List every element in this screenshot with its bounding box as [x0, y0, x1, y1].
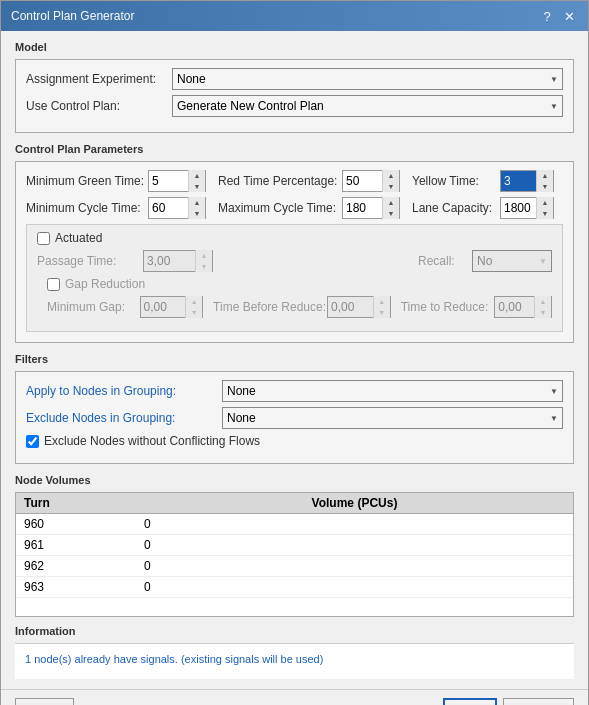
- gap-reduction-checkbox[interactable]: [47, 278, 60, 291]
- passage-time-label: Passage Time:: [37, 254, 137, 268]
- assignment-experiment-arrow: ▼: [550, 75, 558, 84]
- turn-cell: 963: [16, 577, 136, 597]
- min-cycle-arrows: ▲ ▼: [188, 197, 205, 219]
- filters-group: Apply to Nodes in Grouping: None ▼ Exclu…: [15, 371, 574, 464]
- recall-dropdown: No ▼: [472, 250, 552, 272]
- footer-left: Help: [15, 698, 74, 705]
- apply-to-nodes-arrow: ▼: [550, 387, 558, 396]
- cancel-button[interactable]: Cancel: [503, 698, 574, 705]
- min-cycle-time-input[interactable]: ▲ ▼: [148, 197, 206, 219]
- min-green-time-value[interactable]: [149, 171, 188, 191]
- ok-button[interactable]: OK: [443, 698, 496, 705]
- lane-capacity-label: Lane Capacity:: [412, 201, 494, 215]
- information-box: 1 node(s) already have signals. (existin…: [15, 643, 574, 679]
- dialog-title: Control Plan Generator: [11, 9, 134, 23]
- red-time-down[interactable]: ▼: [383, 181, 399, 192]
- use-control-plan-label: Use Control Plan:: [26, 99, 166, 113]
- red-time-percent-value[interactable]: [343, 171, 382, 191]
- min-green-time-input[interactable]: ▲ ▼: [148, 170, 206, 192]
- max-cycle-arrows: ▲ ▼: [382, 197, 399, 219]
- max-cycle-time-value[interactable]: [343, 198, 382, 218]
- exclude-no-conflict-row: Exclude Nodes without Conflicting Flows: [26, 434, 563, 448]
- red-time-arrows: ▲ ▼: [382, 170, 399, 192]
- lane-capacity-down[interactable]: ▼: [537, 208, 553, 219]
- turn-column-header: Turn: [16, 496, 136, 510]
- dialog-body: Model Assignment Experiment: None ▼ Use …: [1, 31, 588, 689]
- time-to-reduce-arrows: ▲ ▼: [534, 296, 551, 318]
- yellow-time-label: Yellow Time:: [412, 174, 494, 188]
- volume-cell: 0: [136, 556, 573, 576]
- lane-capacity-arrows: ▲ ▼: [536, 197, 553, 219]
- close-button[interactable]: ✕: [560, 7, 578, 25]
- yellow-time-value[interactable]: [501, 171, 536, 191]
- exclude-nodes-arrow: ▼: [550, 414, 558, 423]
- model-section-label: Model: [15, 41, 574, 53]
- min-gap-input: ▲ ▼: [140, 296, 204, 318]
- yellow-time-up[interactable]: ▲: [537, 170, 553, 181]
- min-green-down[interactable]: ▼: [189, 181, 205, 192]
- node-volumes-header: Turn Volume (PCUs): [16, 493, 573, 514]
- node-volumes-section-label: Node Volumes: [15, 474, 574, 486]
- max-cycle-down[interactable]: ▼: [383, 208, 399, 219]
- table-row: 961 0: [16, 535, 573, 556]
- max-cycle-up[interactable]: ▲: [383, 197, 399, 208]
- red-time-percent-label: Red Time Percentage:: [218, 174, 336, 188]
- help-button[interactable]: ?: [538, 7, 556, 25]
- exclude-nodes-dropdown[interactable]: None ▼: [222, 407, 563, 429]
- exclude-nodes-label: Exclude Nodes in Grouping:: [26, 411, 216, 425]
- min-green-arrows: ▲ ▼: [188, 170, 205, 192]
- min-gap-arrows: ▲ ▼: [185, 296, 202, 318]
- node-volumes-body: 960 0 961 0 962 0 963 0: [16, 514, 573, 616]
- min-gap-value: [141, 297, 186, 317]
- recall-arrow: ▼: [539, 257, 547, 266]
- gap-reduction-checkbox-row: Gap Reduction: [47, 277, 552, 291]
- assignment-experiment-row: Assignment Experiment: None ▼: [26, 68, 563, 90]
- dialog-window: Control Plan Generator ? ✕ Model Assignm…: [0, 0, 589, 705]
- yellow-time-down[interactable]: ▼: [537, 181, 553, 192]
- volume-cell: 0: [136, 514, 573, 534]
- actuated-section: Actuated Passage Time: ▲ ▼ Recall: No: [26, 224, 563, 332]
- min-cycle-time-value[interactable]: [149, 198, 188, 218]
- min-cycle-up[interactable]: ▲: [189, 197, 205, 208]
- apply-to-nodes-label: Apply to Nodes in Grouping:: [26, 384, 216, 398]
- lane-capacity-input[interactable]: ▲ ▼: [500, 197, 554, 219]
- use-control-plan-row: Use Control Plan: Generate New Control P…: [26, 95, 563, 117]
- params-row2: Minimum Cycle Time: ▲ ▼ Maximum Cycle Ti…: [26, 197, 563, 219]
- red-time-percent-input[interactable]: ▲ ▼: [342, 170, 400, 192]
- min-gap-down: ▼: [186, 307, 202, 318]
- information-text: 1 node(s) already have signals. (existin…: [25, 653, 323, 665]
- exclude-no-conflict-checkbox[interactable]: [26, 435, 39, 448]
- max-cycle-time-label: Maximum Cycle Time:: [218, 201, 336, 215]
- use-control-plan-dropdown[interactable]: Generate New Control Plan ▼: [172, 95, 563, 117]
- min-cycle-time-label: Minimum Cycle Time:: [26, 201, 142, 215]
- passage-time-up: ▲: [196, 250, 212, 261]
- max-cycle-time-input[interactable]: ▲ ▼: [342, 197, 400, 219]
- turn-cell: 961: [16, 535, 136, 555]
- min-gap-label: Minimum Gap:: [47, 300, 134, 314]
- min-green-up[interactable]: ▲: [189, 170, 205, 181]
- yellow-time-input[interactable]: ▲ ▼: [500, 170, 554, 192]
- gap-reduction-row: Minimum Gap: ▲ ▼ Time Before Reduce: ▲: [47, 296, 552, 318]
- use-control-plan-value: Generate New Control Plan: [177, 99, 324, 113]
- time-to-reduce-up: ▲: [535, 296, 551, 307]
- apply-to-nodes-dropdown[interactable]: None ▼: [222, 380, 563, 402]
- control-plan-params-label: Control Plan Parameters: [15, 143, 574, 155]
- lane-capacity-up[interactable]: ▲: [537, 197, 553, 208]
- time-before-reduce-down: ▼: [374, 307, 390, 318]
- time-to-reduce-down: ▼: [535, 307, 551, 318]
- assignment-experiment-dropdown[interactable]: None ▼: [172, 68, 563, 90]
- time-before-reduce-up: ▲: [374, 296, 390, 307]
- time-before-reduce-value: [328, 297, 373, 317]
- table-row: 962 0: [16, 556, 573, 577]
- min-green-time-label: Minimum Green Time:: [26, 174, 142, 188]
- exclude-nodes-row: Exclude Nodes in Grouping: None ▼: [26, 407, 563, 429]
- apply-to-nodes-row: Apply to Nodes in Grouping: None ▼: [26, 380, 563, 402]
- params-row1: Minimum Green Time: ▲ ▼ Red Time Percent…: [26, 170, 563, 192]
- lane-capacity-value[interactable]: [501, 198, 536, 218]
- red-time-up[interactable]: ▲: [383, 170, 399, 181]
- min-cycle-down[interactable]: ▼: [189, 208, 205, 219]
- passage-time-arrows: ▲ ▼: [195, 250, 212, 272]
- apply-to-nodes-value: None: [227, 384, 256, 398]
- actuated-checkbox[interactable]: [37, 232, 50, 245]
- help-button[interactable]: Help: [15, 698, 74, 705]
